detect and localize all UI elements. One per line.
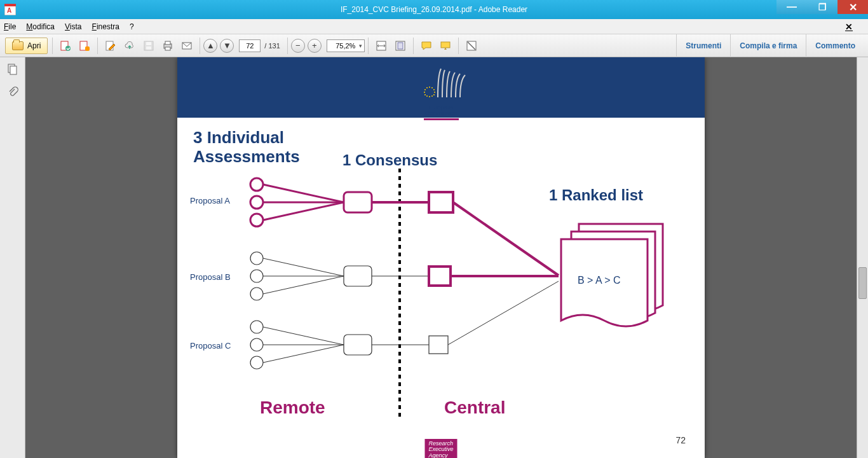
save-button[interactable]: [140, 38, 157, 54]
svg-rect-10: [146, 46, 151, 50]
label-proposal-c: Proposal C: [190, 341, 231, 350]
minimize-button[interactable]: —: [776, 0, 807, 14]
svg-point-36: [250, 196, 263, 209]
svg-rect-13: [165, 47, 170, 50]
cloud-button[interactable]: [121, 38, 138, 54]
pdf-page: EuropeanCommission 3 Individual Assessme…: [177, 57, 705, 458]
svg-line-48: [263, 258, 344, 276]
svg-rect-21: [10, 66, 17, 74]
svg-point-55: [250, 321, 263, 333]
svg-rect-61: [344, 335, 372, 355]
folder-icon: [12, 41, 24, 50]
svg-point-57: [250, 356, 263, 369]
attachments-icon[interactable]: [7, 87, 18, 98]
zoom-in-button[interactable]: +: [308, 39, 322, 53]
app-icon: A: [1, 2, 19, 17]
heading-consensus: 1 Consensus: [342, 151, 437, 169]
svg-point-28: [431, 95, 433, 97]
svg-rect-18: [441, 42, 450, 48]
svg-rect-41: [344, 192, 372, 212]
page-down-button[interactable]: ▼: [220, 39, 234, 53]
svg-point-32: [424, 92, 425, 93]
document-area[interactable]: EuropeanCommission 3 Individual Assessme…: [25, 57, 857, 458]
slide-body: 3 Individual Assessments 1 Consensus 1 R…: [177, 121, 705, 458]
rea-logo: ResearchExecutiveAgency: [424, 439, 457, 458]
svg-line-50: [263, 276, 344, 294]
fill-sign-panel-button[interactable]: Compila e firma: [730, 34, 806, 57]
label-proposal-a: Proposal A: [190, 196, 230, 205]
ranking-text: B > A > C: [578, 275, 621, 286]
svg-rect-6: [85, 46, 90, 51]
eu-label: EuropeanCommission: [403, 105, 479, 117]
svg-point-30: [426, 95, 428, 97]
close-button[interactable]: ✕: [837, 0, 868, 14]
read-mode-button[interactable]: [463, 38, 480, 54]
svg-point-45: [250, 252, 263, 265]
open-label: Apri: [27, 41, 41, 50]
comment-button[interactable]: [418, 38, 435, 54]
zoom-out-button[interactable]: −: [291, 39, 305, 53]
svg-point-31: [424, 94, 426, 95]
svg-point-33: [424, 89, 426, 90]
page-up-button[interactable]: ▲: [203, 39, 217, 53]
print-button[interactable]: [159, 38, 176, 54]
vertical-scrollbar[interactable]: [857, 57, 868, 458]
svg-rect-53: [429, 267, 451, 286]
thumbnails-icon[interactable]: [7, 64, 18, 75]
svg-point-26: [434, 92, 435, 93]
window-controls: — ❐ ✕: [776, 0, 868, 15]
zoom-select[interactable]: 75,2%: [327, 39, 365, 52]
menu-modifica[interactable]: Modifica: [26, 22, 55, 31]
edit-button[interactable]: [102, 38, 119, 54]
fit-width-button[interactable]: [373, 38, 390, 54]
menu-finestra[interactable]: Finestra: [92, 22, 119, 31]
ranked-list-graphic: B > A > C: [561, 224, 663, 326]
heading-assessments-l2: Assessments: [193, 147, 300, 166]
open-button[interactable]: Apri: [5, 38, 48, 54]
svg-line-38: [263, 184, 344, 202]
label-remote: Remote: [260, 398, 325, 417]
svg-text:A: A: [7, 7, 11, 14]
toolbar: Apri ▲ ▼ / 131 − + 75,2% Strumenti Compi…: [0, 34, 868, 57]
page-number-input[interactable]: [239, 39, 261, 52]
create-pdf-button[interactable]: [76, 38, 93, 54]
heading-assessments-l1: 3 Individual: [193, 128, 284, 147]
svg-point-47: [250, 288, 263, 300]
menu-vista[interactable]: Vista: [65, 22, 81, 31]
svg-line-44: [453, 202, 559, 275]
eu-commission-logo: EuropeanCommission: [403, 62, 479, 120]
menu-help[interactable]: ?: [130, 22, 134, 31]
window-title: IF_2014_CVC Briefing_26.09.2014.pdf - Ad…: [341, 5, 527, 14]
svg-rect-17: [398, 43, 403, 49]
export-pdf-button[interactable]: [57, 38, 74, 54]
menu-file[interactable]: File: [4, 22, 16, 31]
svg-line-58: [263, 327, 344, 345]
svg-point-29: [429, 96, 430, 97]
tools-panel-button[interactable]: Strumenti: [676, 34, 730, 57]
navigation-rail: [0, 57, 25, 458]
svg-rect-9: [146, 42, 151, 45]
fit-page-button[interactable]: [392, 38, 409, 54]
label-proposal-b: Proposal B: [190, 272, 231, 282]
heading-ranked: 1 Ranked list: [549, 186, 643, 204]
comment-panel-button[interactable]: Commento: [806, 34, 864, 57]
svg-point-25: [433, 89, 435, 90]
document-close-button[interactable]: ✕: [845, 22, 853, 32]
svg-point-23: [429, 87, 430, 88]
scroll-thumb[interactable]: [858, 267, 867, 299]
workspace: EuropeanCommission 3 Individual Assessme…: [0, 57, 868, 458]
svg-point-35: [250, 178, 263, 191]
page-total-label: / 131: [264, 42, 280, 50]
svg-rect-43: [429, 192, 453, 212]
right-tools: Strumenti Compila e firma Commento: [676, 34, 864, 57]
highlight-button[interactable]: [437, 38, 454, 54]
svg-line-64: [448, 281, 559, 345]
email-button[interactable]: [179, 38, 195, 54]
menubar: File Modifica Vista Finestra ? ✕: [0, 19, 868, 34]
svg-rect-12: [165, 41, 170, 45]
svg-line-40: [263, 202, 344, 220]
maximize-button[interactable]: ❐: [807, 0, 837, 14]
svg-rect-51: [344, 266, 372, 286]
svg-point-56: [250, 338, 263, 351]
svg-point-27: [433, 94, 435, 95]
